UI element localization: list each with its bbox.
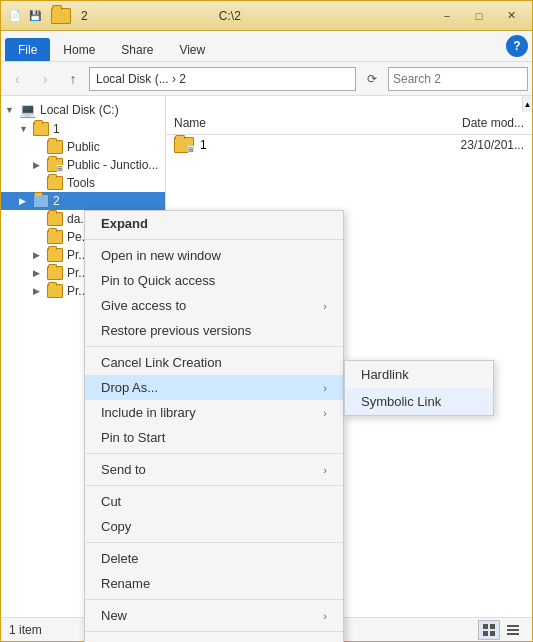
svg-rect-1	[490, 624, 495, 629]
drive-icon: 💻	[19, 102, 36, 118]
ctx-restore-versions-label: Restore previous versions	[101, 323, 251, 338]
folder-junction-icon	[47, 158, 63, 172]
ctx-include-library[interactable]: Include in library ›	[85, 400, 343, 425]
sidebar-label: Public	[67, 140, 100, 154]
ribbon-tabs: File Home Share View ?	[1, 31, 532, 61]
svg-rect-4	[507, 625, 519, 627]
scrollbar-up-arrow[interactable]: ▲	[522, 96, 532, 112]
ctx-send-to[interactable]: Send to ›	[85, 457, 343, 482]
ctx-expand[interactable]: Expand	[85, 211, 343, 236]
sidebar-label: Local Disk (C:)	[40, 103, 119, 117]
ctx-rename[interactable]: Rename	[85, 571, 343, 596]
folder-icon	[47, 266, 63, 280]
ctx-separator-5	[85, 542, 343, 543]
file-item-1[interactable]: 1 23/10/201...	[166, 135, 532, 155]
maximize-button[interactable]: □	[464, 6, 494, 26]
list-view-button[interactable]	[502, 620, 524, 640]
ctx-cancel-link[interactable]: Cancel Link Creation	[85, 350, 343, 375]
ctx-include-library-arrow: ›	[323, 407, 327, 419]
ctx-separator-1	[85, 239, 343, 240]
minimize-button[interactable]: −	[432, 6, 462, 26]
sidebar-label: Tools	[67, 176, 95, 190]
close-button[interactable]: ✕	[496, 6, 526, 26]
file-date-modified: 23/10/201...	[461, 138, 524, 152]
ctx-separator-2	[85, 346, 343, 347]
svg-rect-2	[483, 631, 488, 636]
submenu-symbolic-link[interactable]: Symbolic Link	[345, 388, 493, 415]
title-bar: 📄 💾 2 C:\2 − □ ✕	[1, 1, 532, 31]
search-box[interactable]: 🔍	[388, 67, 528, 91]
tab-share[interactable]: Share	[108, 38, 166, 61]
search-input[interactable]	[393, 72, 533, 86]
doc-icon: 📄	[7, 8, 23, 24]
folder-icon	[47, 248, 63, 262]
ctx-copy-label: Copy	[101, 519, 131, 534]
folder-icon	[33, 122, 49, 136]
expand-arrow: ▼	[5, 105, 19, 115]
grid-icon	[483, 624, 495, 636]
ctx-rename-label: Rename	[101, 576, 150, 591]
svg-rect-5	[507, 629, 519, 631]
ctx-new[interactable]: New ›	[85, 603, 343, 628]
ctx-give-access[interactable]: Give access to ›	[85, 293, 343, 318]
ctx-open-new-window[interactable]: Open in new window	[85, 243, 343, 268]
sidebar-item-folder-1[interactable]: ▼ 1	[1, 120, 165, 138]
tab-home[interactable]: Home	[50, 38, 108, 61]
ctx-give-access-arrow: ›	[323, 300, 327, 312]
folder-icon	[47, 140, 63, 154]
ctx-open-new-window-label: Open in new window	[101, 248, 221, 263]
forward-button[interactable]: ›	[33, 67, 57, 91]
ctx-pin-quick-access-label: Pin to Quick access	[101, 273, 215, 288]
file-name: 1	[200, 138, 461, 152]
folder-icon	[47, 230, 63, 244]
column-date-modified[interactable]: Date mod...	[444, 116, 524, 130]
sidebar-item-public-junction[interactable]: ▶ Public - Junctio...	[1, 156, 165, 174]
back-button[interactable]: ‹	[5, 67, 29, 91]
ctx-pin-start-label: Pin to Start	[101, 430, 165, 445]
ctx-cut[interactable]: Cut	[85, 489, 343, 514]
sidebar-item-tools[interactable]: ▶ Tools	[1, 174, 165, 192]
ctx-pin-start[interactable]: Pin to Start	[85, 425, 343, 450]
column-name[interactable]: Name	[174, 116, 444, 130]
ctx-expand-label: Expand	[101, 216, 148, 231]
ctx-properties[interactable]: Properties	[85, 635, 343, 642]
ctx-separator-7	[85, 631, 343, 632]
ctx-send-to-arrow: ›	[323, 464, 327, 476]
tab-view[interactable]: View	[166, 38, 218, 61]
expand-arrow: ▼	[19, 124, 33, 134]
ribbon: File Home Share View ?	[1, 31, 532, 62]
tab-file[interactable]: File	[5, 38, 50, 61]
list-icon	[507, 624, 519, 636]
view-icons	[478, 620, 524, 640]
ctx-new-label: New	[101, 608, 127, 623]
ctx-pin-quick-access[interactable]: Pin to Quick access	[85, 268, 343, 293]
ctx-cancel-link-label: Cancel Link Creation	[101, 355, 222, 370]
sidebar-item-2[interactable]: ▶ 2	[1, 192, 165, 210]
folder-icon	[47, 284, 63, 298]
sidebar-item-public[interactable]: ▶ Public	[1, 138, 165, 156]
ctx-delete-label: Delete	[101, 551, 139, 566]
ctx-separator-6	[85, 599, 343, 600]
sidebar-item-local-disk-c[interactable]: ▼ 💻 Local Disk (C:)	[1, 100, 165, 120]
svg-rect-6	[507, 633, 519, 635]
file-folder-icon	[174, 137, 194, 153]
expand-arrow: ▶	[33, 268, 47, 278]
item-count: 1 item	[9, 623, 42, 637]
address-path[interactable]: Local Disk (... › 2	[89, 67, 356, 91]
folder-icon	[47, 176, 63, 190]
expand-arrow: ▶	[33, 160, 47, 170]
submenu-hardlink[interactable]: Hardlink	[345, 361, 493, 388]
ctx-restore-versions[interactable]: Restore previous versions	[85, 318, 343, 343]
refresh-button[interactable]: ⟳	[360, 67, 384, 91]
up-button[interactable]: ↑	[61, 67, 85, 91]
ctx-delete[interactable]: Delete	[85, 546, 343, 571]
help-button[interactable]: ?	[506, 35, 528, 57]
expand-arrow: ▶	[33, 286, 47, 296]
context-menu: Expand Open in new window Pin to Quick a…	[84, 210, 344, 642]
grid-view-button[interactable]	[478, 620, 500, 640]
folder-icon	[33, 194, 49, 208]
submenu: Hardlink Symbolic Link	[344, 360, 494, 416]
ctx-copy[interactable]: Copy	[85, 514, 343, 539]
ctx-drop-as[interactable]: Drop As... ›	[85, 375, 343, 400]
ctx-separator-3	[85, 453, 343, 454]
